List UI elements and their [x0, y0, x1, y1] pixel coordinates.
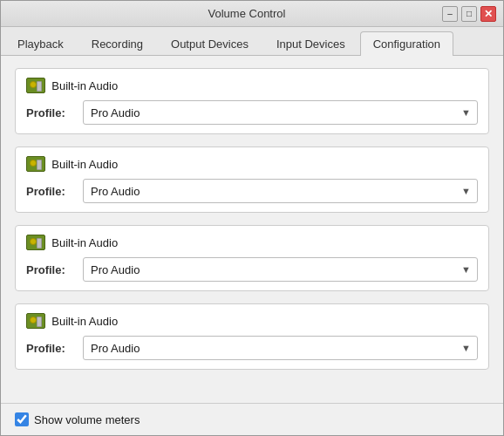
section-header-3: Built-in Audio: [26, 235, 478, 250]
window-title: Volume Control: [51, 7, 442, 20]
profile-row-1: Profile: Pro Audio ▼: [26, 100, 478, 125]
profile-select-2[interactable]: Pro Audio: [83, 179, 478, 203]
profile-row-4: Profile: Pro Audio ▼: [26, 336, 478, 360]
tab-configuration[interactable]: Configuration: [360, 31, 453, 56]
audio-card-icon-2: [26, 156, 45, 172]
profile-label-4: Profile:: [26, 342, 74, 355]
section-header-1: Built-in Audio: [26, 78, 478, 93]
footer: Show volume meters: [1, 403, 503, 435]
profile-select-1[interactable]: Pro Audio: [83, 100, 478, 125]
tab-bar: Playback Recording Output Devices Input …: [1, 27, 503, 56]
profile-label-2: Profile:: [26, 185, 74, 198]
section-header-2: Built-in Audio: [26, 156, 478, 172]
profile-select-3[interactable]: Pro Audio: [83, 257, 478, 282]
section-title-2: Built-in Audio: [51, 158, 118, 171]
section-title-3: Built-in Audio: [51, 236, 118, 249]
audio-section-3: Built-in Audio Profile: Pro Audio ▼: [15, 225, 489, 291]
window-controls: – □ ✕: [442, 6, 496, 22]
audio-card-icon-4: [26, 313, 45, 329]
profile-label-3: Profile:: [26, 263, 74, 276]
show-meters-checkbox[interactable]: [15, 412, 29, 426]
audio-card-icon-1: [26, 78, 45, 93]
show-meters-label: Show volume meters: [34, 413, 140, 426]
volume-control-window: Volume Control – □ ✕ Playback Recording …: [0, 0, 504, 436]
section-title-1: Built-in Audio: [51, 79, 118, 92]
show-meters-wrapper[interactable]: Show volume meters: [15, 412, 140, 426]
section-title-4: Built-in Audio: [51, 315, 118, 328]
audio-section-4: Built-in Audio Profile: Pro Audio ▼: [15, 303, 489, 370]
profile-row-3: Profile: Pro Audio ▼: [26, 257, 478, 282]
tab-input-devices[interactable]: Input Devices: [263, 31, 358, 56]
profile-select-wrapper-4: Pro Audio ▼: [83, 336, 478, 360]
minimize-button[interactable]: –: [442, 6, 458, 22]
profile-select-wrapper-3: Pro Audio ▼: [83, 257, 478, 282]
audio-section-2: Built-in Audio Profile: Pro Audio ▼: [15, 146, 489, 213]
profile-label-1: Profile:: [26, 106, 74, 119]
maximize-button[interactable]: □: [461, 6, 477, 22]
audio-section-1: Built-in Audio Profile: Pro Audio ▼: [15, 68, 489, 134]
title-bar: Volume Control – □ ✕: [1, 1, 503, 27]
profile-row-2: Profile: Pro Audio ▼: [26, 179, 478, 203]
profile-select-wrapper-2: Pro Audio ▼: [83, 179, 478, 203]
content-area: Built-in Audio Profile: Pro Audio ▼ Buil…: [1, 56, 503, 403]
section-header-4: Built-in Audio: [26, 313, 478, 329]
tab-output-devices[interactable]: Output Devices: [158, 31, 262, 56]
tab-recording[interactable]: Recording: [78, 31, 156, 56]
audio-card-icon-3: [26, 235, 45, 250]
close-button[interactable]: ✕: [480, 6, 496, 22]
tab-playback[interactable]: Playback: [4, 31, 77, 56]
profile-select-4[interactable]: Pro Audio: [83, 336, 478, 360]
profile-select-wrapper-1: Pro Audio ▼: [83, 100, 478, 125]
